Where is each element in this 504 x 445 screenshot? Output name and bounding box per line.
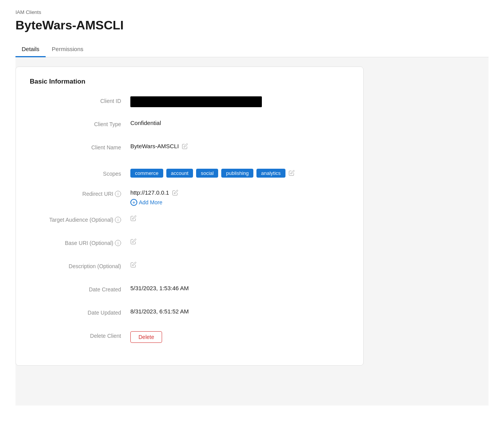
scopes-label: Scopes xyxy=(30,169,130,177)
breadcrumb[interactable]: IAM Clients xyxy=(15,9,489,15)
date-created-label: Date Created xyxy=(30,285,130,293)
description-row: Description (Optional) xyxy=(30,262,349,276)
redirect-uri-label: Redirect URI i xyxy=(30,189,130,197)
redirect-uri-container: http://127.0.0.1 + Add More xyxy=(130,189,178,206)
target-audience-label: Target Audience (Optional) i xyxy=(30,215,130,223)
client-name-value: ByteWars-AMSCLI xyxy=(130,143,349,149)
client-name-text: ByteWars-AMSCLI xyxy=(130,143,179,149)
description-label: Description (Optional) xyxy=(30,262,130,269)
content-area: Basic Information Client ID Client Type … xyxy=(15,57,489,406)
target-audience-info-icon[interactable]: i xyxy=(115,217,121,223)
client-name-edit-icon[interactable] xyxy=(182,143,188,149)
client-id-row: Client ID xyxy=(30,96,349,110)
redirect-uri-edit-icon[interactable] xyxy=(172,190,178,196)
target-audience-edit-icon[interactable] xyxy=(130,215,137,221)
client-id-value xyxy=(130,96,349,107)
redirect-uri-text: http://127.0.0.1 xyxy=(130,189,169,196)
delete-client-value: Delete xyxy=(130,331,349,343)
scopes-value: commerce account social publishing analy… xyxy=(130,169,349,178)
card-title: Basic Information xyxy=(30,78,349,86)
scope-badge-publishing: publishing xyxy=(221,169,253,178)
description-edit-icon[interactable] xyxy=(130,262,137,268)
date-updated-row: Date Updated 8/31/2023, 6:51:52 AM xyxy=(30,308,349,322)
delete-button[interactable]: Delete xyxy=(130,331,162,343)
scope-badge-account: account xyxy=(166,169,193,178)
client-type-label: Client Type xyxy=(30,120,130,127)
basic-information-card: Basic Information Client ID Client Type … xyxy=(15,67,364,366)
client-id-label: Client ID xyxy=(30,96,130,104)
description-value xyxy=(130,262,349,268)
add-more-button[interactable]: + Add More xyxy=(130,199,178,206)
tab-details[interactable]: Details xyxy=(15,42,46,57)
base-uri-label: Base URI (Optional) i xyxy=(30,238,130,246)
scope-badge-social: social xyxy=(196,169,218,178)
date-created-row: Date Created 5/31/2023, 1:53:46 AM xyxy=(30,285,349,299)
delete-client-row: Delete Client Delete xyxy=(30,331,349,345)
scopes-row: Scopes commerce account social publishin… xyxy=(30,166,349,180)
scope-badge-commerce: commerce xyxy=(130,169,163,178)
plus-circle-icon: + xyxy=(130,199,137,206)
date-updated-value: 8/31/2023, 6:51:52 AM xyxy=(130,308,349,315)
redirect-uri-item: http://127.0.0.1 xyxy=(130,189,178,196)
client-id-redacted xyxy=(130,96,262,107)
redirect-uri-value: http://127.0.0.1 + Add More xyxy=(130,189,349,206)
redirect-uri-row: Redirect URI i http://127.0.0.1 + xyxy=(30,189,349,206)
redirect-uri-info-icon[interactable]: i xyxy=(115,191,121,197)
base-uri-edit-icon[interactable] xyxy=(130,238,137,245)
client-name-label: Client Name xyxy=(30,143,130,151)
delete-client-label: Delete Client xyxy=(30,331,130,339)
target-audience-value xyxy=(130,215,349,221)
client-type-value: Confidential xyxy=(130,120,349,126)
page-title: ByteWars-AMSCLI xyxy=(15,18,489,33)
client-name-row: Client Name ByteWars-AMSCLI xyxy=(30,143,349,157)
tab-permissions[interactable]: Permissions xyxy=(46,42,90,57)
scopes-edit-icon[interactable] xyxy=(289,170,295,176)
date-updated-label: Date Updated xyxy=(30,308,130,316)
client-type-row: Client Type Confidential xyxy=(30,120,349,134)
base-uri-value xyxy=(130,238,349,245)
scope-badge-analytics: analytics xyxy=(256,169,285,178)
page-container: IAM Clients ByteWars-AMSCLI Details Perm… xyxy=(0,0,504,445)
base-uri-row: Base URI (Optional) i xyxy=(30,238,349,252)
add-more-label: Add More xyxy=(139,199,162,205)
base-uri-info-icon[interactable]: i xyxy=(115,240,121,246)
target-audience-row: Target Audience (Optional) i xyxy=(30,215,349,229)
date-created-value: 5/31/2023, 1:53:46 AM xyxy=(130,285,349,291)
tabs-container: Details Permissions xyxy=(15,42,489,57)
